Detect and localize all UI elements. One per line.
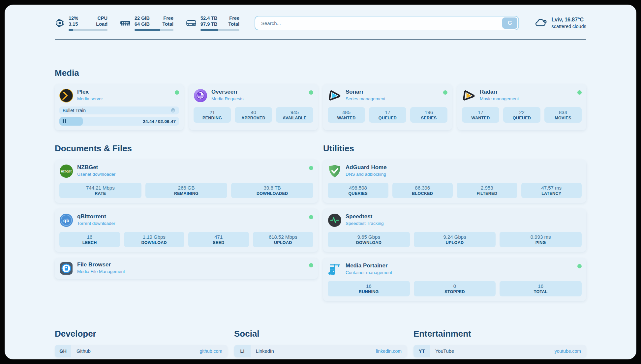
link-github[interactable]: GH Github github.com [55,345,228,357]
disk-total-value: 97.9 TB [200,21,218,27]
app-subtitle: Speedtest Tracking [346,221,384,226]
stat-wanted: 485 WANTED [328,107,365,123]
link-url[interactable]: youtube.com [555,349,581,354]
status-dot [309,263,313,267]
app-card-overseerr[interactable]: Overseerr Media Requests 21 PENDING 40 A… [189,84,318,130]
app-subtitle: Torrent downloader [77,221,115,226]
app-subtitle: DNS and adblocking [346,172,387,177]
app-card-qbittorrent[interactable]: qb qBittorrent Torrent downloader 16 LEE… [55,209,318,252]
sonarr-icon [328,89,342,103]
app-card-plex[interactable]: Plex Media server Bullet Train 24:44 / 0… [55,84,184,130]
section-title-developer: Developer [55,329,228,339]
dashboard-page: 12% 3.15 CPU Load [5,5,636,359]
link-url[interactable]: linkedin.com [376,349,402,354]
svg-text:nzbget: nzbget [61,169,72,173]
search-bar: G [255,16,519,30]
app-subtitle: Series management [346,96,385,101]
app-subtitle: Media server [77,96,103,101]
links-column-social: Social LI LinkedIn linkedin.com TW Twitt… [234,329,407,359]
stat-queued: 22 QUEUED [503,107,540,123]
app-name: qBittorrent [77,213,115,220]
app-card-adguard[interactable]: AdGuard Home DNS and adblocking 498,508 … [323,160,586,203]
app-name: Sonarr [346,89,385,95]
app-name: Media Portainer [346,262,392,269]
pause-icon[interactable] [63,119,66,123]
overseerr-icon [194,89,207,103]
app-card-speedtest[interactable]: Speedtest Speedtest Tracking 9.65 Gbps D… [323,209,586,252]
link-badge: YT [413,345,430,357]
documents-column: Documents & Files nzbget NZBGet Usenet d… [55,143,318,307]
app-subtitle: Movie management [480,96,519,101]
app-card-radarr[interactable]: Radarr Movie management 17 WANTED 22 QUE… [457,84,586,130]
app-card-sonarr[interactable]: Sonarr Series management 485 WANTED 17 Q… [323,84,452,130]
topbar-divider [55,39,586,40]
cpu-icon [55,18,65,28]
stat-approved: 40 APPROVED [235,107,272,123]
weather-widget: Lviv, 16.87°C scattered clouds [534,16,586,30]
playback-time: 24:44 / 02:06:47 [143,119,176,124]
ram-progress-bar [135,29,173,31]
link-url[interactable]: github.com [200,349,222,354]
app-card-nzbget[interactable]: nzbget NZBGet Usenet downloader 744.21 M… [55,160,318,203]
cpu-usage-value: 12% [69,15,78,21]
stat-download: 9.65 Gbps DOWNLOAD [328,232,410,247]
ram-free-label: Free [162,15,173,21]
cpu-progress-bar [69,29,107,31]
status-dot [309,215,313,219]
window-frame: 12% 3.15 CPU Load [0,0,641,364]
plex-progress-bar[interactable]: 24:44 / 02:06:47 [59,117,179,126]
link-badge: LI [234,345,251,357]
cloud-icon [534,17,547,29]
ram-stat-widget: 22 GiB 64 GiB Free Total [120,15,173,31]
weather-condition: scattered clouds [551,23,586,30]
stat-download: 1.19 Gbps DOWNLOAD [124,232,185,247]
app-card-filebrowser[interactable]: File Browser Media File Management [55,258,318,279]
ram-total-label: Total [162,21,173,27]
stat-filtered: 2,953 FILTERED [457,183,517,198]
stat-latency: 47.57 ms LATENCY [521,183,582,198]
disk-icon [186,19,197,27]
link-name: LinkedIn [256,349,274,354]
disk-stat-widget: 52.4 TB 97.9 TB Free Total [186,15,239,31]
links-column-developer: Developer GH Github github.com SO StackO… [55,329,228,359]
app-card-portainer[interactable]: Media Portainer Container management 16 … [323,258,586,301]
section-title-media: Media [55,68,586,78]
now-playing-title: Bullet Train [63,108,86,113]
svg-text:qb: qb [63,218,69,223]
plex-icon [59,89,73,103]
weather-location-temp: Lviv, 16.87°C [551,16,586,23]
cpu-stat-widget: 12% 3.15 CPU Load [55,15,107,31]
disk-free-label: Free [228,15,239,21]
app-name: AdGuard Home [346,164,387,171]
status-dot [577,264,582,268]
disk-total-label: Total [228,21,239,27]
app-subtitle: Usenet downloader [77,172,115,177]
search-engine-button[interactable]: G [502,17,517,29]
link-youtube[interactable]: YT YouTube youtube.com [413,345,586,357]
stat-leech: 16 LEECH [59,232,120,247]
section-title-social: Social [234,329,407,339]
speedtest-icon [328,213,342,227]
stat-upload: 618.52 Mbps UPLOAD [253,232,314,247]
adguard-icon [328,164,342,178]
media-card-grid: Plex Media server Bullet Train 24:44 / 0… [55,84,586,130]
stat-pending: 21 PENDING [194,107,231,123]
link-linkedin[interactable]: LI LinkedIn linkedin.com [234,345,407,357]
app-name: Radarr [480,89,519,95]
ram-icon [120,19,131,27]
status-dot [175,90,179,95]
system-stats: 12% 3.15 CPU Load [55,15,239,31]
search-input[interactable] [255,16,519,30]
qbittorrent-icon: qb [59,213,73,227]
ram-free-value: 22 GiB [135,15,150,21]
section-title-entertainment: Entertainment [413,329,586,339]
section-title-utilities: Utilities [323,143,586,154]
stat-rate: 744.21 Mbps RATE [59,183,141,198]
nzbget-icon: nzbget [59,164,73,178]
stat-queued: 17 QUEUED [369,107,406,123]
app-name: NZBGet [77,164,115,171]
player-settings-icon[interactable] [170,108,176,113]
link-name: Github [76,349,91,354]
utilities-column: Utilities AdGuard Home DNS and [323,143,586,307]
app-name: Speedtest [346,213,384,220]
